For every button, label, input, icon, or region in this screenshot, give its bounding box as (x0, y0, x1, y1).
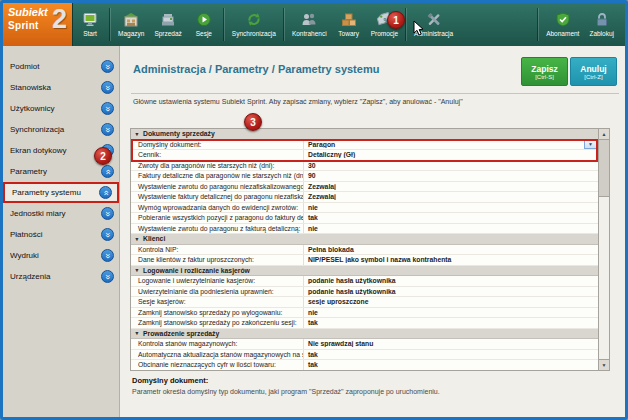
grid-property-row[interactable]: ▾ Pobieranie wszystkich pozycji z parago… (131, 213, 598, 224)
property-value[interactable]: Detaliczny (Gł) (304, 151, 598, 158)
grid-property-row[interactable]: ▾ Zwroty dla paragonów nie starszych niż… (131, 161, 598, 172)
grid-property-row[interactable]: ▾ Sesje kasjerów: Sesje kasjerów: sesje … (131, 297, 598, 308)
toolbar-button-towary[interactable]: Towary (332, 3, 366, 46)
property-value[interactable]: Paragon (304, 141, 584, 148)
toolbar-separator (109, 8, 111, 41)
grid-property-row[interactable]: ▾ Wymóg wprowadzania danych do ewidencji… (131, 203, 598, 214)
sidebar-item[interactable]: Urządzenia » (3, 266, 119, 287)
grid-property-row[interactable]: ▾ Kontrola stanów magazynowych: Kontrola… (131, 339, 598, 350)
property-value[interactable]: podanie hasła użytkownika (304, 277, 598, 284)
section-collapse-icon[interactable]: ▾ (131, 131, 143, 137)
toolbar-button-sesje[interactable]: Sesje (187, 3, 221, 46)
toolbar-label: Zablokuj (589, 30, 614, 37)
grid-section-row[interactable]: ▾ Prowadzenie sprzedaży Prowadzenie sprz… (131, 329, 598, 340)
admin-tools-icon (426, 12, 442, 28)
sidebar-item[interactable]: Podmiot » (3, 56, 119, 77)
property-name: Automatyczna aktualizacja stanów magazyn… (131, 350, 304, 360)
scroll-up-button[interactable]: ▲ (599, 129, 609, 140)
grid-property-row[interactable]: ▾ Wystawienie faktury detalicznej do par… (131, 192, 598, 203)
scrollbar-track[interactable] (599, 197, 609, 359)
property-value[interactable]: 90 (304, 172, 598, 179)
property-value[interactable]: nie (304, 225, 598, 232)
double-chevron-expand-icon[interactable]: » (101, 60, 114, 73)
vertical-scrollbar[interactable]: ▲ ▼ (599, 128, 610, 371)
page-title-breadcrumb: Administracja / Parametry / Parametry sy… (133, 63, 379, 75)
save-button-label: Zapisz (531, 64, 557, 74)
save-button[interactable]: Zapisz [Ctrl-S] (521, 57, 568, 86)
grid-section-row[interactable]: ▾ Klienci Klienci ▼ (131, 234, 598, 245)
property-value[interactable]: Nie sprawdzaj stanu (304, 340, 598, 347)
property-value[interactable]: Zezwalaj (304, 193, 598, 200)
warehouse-icon (123, 12, 139, 28)
double-chevron-expand-icon[interactable]: » (101, 102, 114, 115)
grid-property-row[interactable]: ▾ Kontrola NIP: Kontrola NIP: Pełna blok… (131, 245, 598, 256)
double-chevron-expand-icon[interactable]: » (101, 249, 114, 262)
grid-property-row[interactable]: ▾ Domyślny dokument: Domyślny dokument: … (131, 140, 598, 151)
toolbar-button-start[interactable]: Start (73, 3, 107, 46)
grid-section-row[interactable]: ▾ Dokumenty sprzedaży Dokumenty sprzedaż… (131, 129, 598, 140)
property-value[interactable]: NIP/PESEL jako symbol i nazwa kontrahent… (304, 256, 598, 263)
double-chevron-expand-icon[interactable]: » (101, 207, 114, 220)
sidebar-item-label: Ekran dotykowy (10, 146, 101, 155)
sidebar-item-label: Płatności (10, 230, 101, 239)
property-value[interactable]: sesje uproszczone (304, 298, 598, 305)
subscription-shield-icon (555, 12, 571, 28)
grid-property-row[interactable]: ▾ Obcinanie nieznaczących cyfr w ilości … (131, 360, 598, 371)
sidebar-item[interactable]: Synchronizacja » (3, 119, 119, 140)
dropdown-chevron-icon[interactable]: ▼ (584, 140, 597, 149)
property-value[interactable]: tak (304, 361, 598, 368)
toolbar-button-kontrahenci[interactable]: Kontrahenci (287, 3, 332, 46)
property-value[interactable]: 30 (304, 162, 598, 169)
grid-property-row[interactable]: ▾ Faktury detaliczne dla paragonów nie s… (131, 171, 598, 182)
property-value[interactable]: podanie hasła użytkownika (304, 288, 598, 295)
section-title: Logowanie i rozliczanie kasjerów (143, 267, 250, 274)
section-collapse-icon[interactable]: ▾ (131, 236, 143, 242)
property-value[interactable]: Zezwalaj (304, 183, 598, 190)
double-chevron-expand-icon[interactable]: » (99, 186, 112, 199)
property-value[interactable]: tak (304, 214, 598, 221)
property-value[interactable]: nie (304, 309, 598, 316)
toolbar-button-magazyn[interactable]: Magazyn (113, 3, 149, 46)
grid-property-row[interactable]: ▾ Logowanie i uwierzytelnianie kasjerów:… (131, 276, 598, 287)
logo-text-sprint: Sprint (8, 20, 39, 31)
toolbar-button-synchronizacja[interactable]: Synchronizacja (227, 3, 281, 46)
cancel-button[interactable]: Anuluj [Ctrl-Z] (570, 57, 617, 86)
toolbar-button-abonament[interactable]: Abonament (541, 3, 584, 46)
grid-property-row[interactable]: ▾ Dane klientów z faktur uproszczonych: … (131, 255, 598, 266)
grid-property-row[interactable]: ▾ Uwierzytelnianie dla podniesienia upra… (131, 287, 598, 298)
sidebar-item[interactable]: Parametry systemu » (3, 182, 119, 203)
section-collapse-icon[interactable]: ▾ (131, 330, 143, 336)
grid-property-row[interactable]: ▾ Zamknij stanowisko sprzedaży po zakońc… (131, 318, 598, 329)
sidebar-item[interactable]: Użytkownicy » (3, 98, 119, 119)
sidebar-item[interactable]: Płatności » (3, 224, 119, 245)
sidebar-item[interactable]: Stanowiska » (3, 77, 119, 98)
grid-property-row[interactable]: ▾ Cennik: Cennik: Detaliczny (Gł) ▼ (131, 150, 598, 161)
logo-text-2: 2 (52, 4, 67, 35)
double-chevron-expand-icon[interactable]: » (101, 81, 114, 94)
property-value[interactable]: Pełna blokada (304, 246, 598, 253)
double-chevron-expand-icon[interactable]: » (101, 123, 114, 136)
property-value[interactable]: tak (304, 319, 598, 326)
double-chevron-expand-icon[interactable]: » (101, 270, 114, 283)
grid-section-row[interactable]: ▾ Logowanie i rozliczanie kasjerów Logow… (131, 266, 598, 277)
property-value[interactable]: tak (304, 351, 598, 358)
scroll-down-button[interactable]: ▼ (599, 359, 609, 370)
description-text: Parametr określa domyślny typ dokumentu,… (132, 388, 607, 395)
toolbar-button-sprzedaz[interactable]: Sprzedaż (149, 3, 186, 46)
double-chevron-expand-icon[interactable]: » (101, 165, 114, 178)
grid-property-row[interactable]: ▾ Zamknij stanowisko sprzedaży po wylogo… (131, 308, 598, 319)
toolbar-button-zablokuj[interactable]: Zablokuj (584, 3, 619, 46)
annotation-badge-2: 2 (94, 147, 112, 165)
grid-property-row[interactable]: ▾ Automatyczna aktualizacja stanów magaz… (131, 350, 598, 361)
scrollbar-thumb[interactable] (599, 140, 609, 197)
grid-property-row[interactable]: ▾ Wystawienie zwrotu do paragonu niezafi… (131, 182, 598, 193)
property-value[interactable]: nie (304, 204, 598, 211)
double-chevron-expand-icon[interactable]: » (101, 228, 114, 241)
sidebar-item[interactable]: Wydruki » (3, 245, 119, 266)
cancel-button-shortcut: [Ctrl-Z] (584, 74, 602, 80)
section-collapse-icon[interactable]: ▾ (131, 267, 143, 273)
sidebar-item[interactable]: Jednostki miary » (3, 203, 119, 224)
grid-property-row[interactable]: ▾ Wystawienie zwrotu do paragonu z faktu… (131, 224, 598, 235)
settings-sidebar: Podmiot » Stanowiska » Użytkownicy » Syn… (3, 46, 120, 417)
sidebar-item-label: Stanowiska (10, 83, 101, 92)
